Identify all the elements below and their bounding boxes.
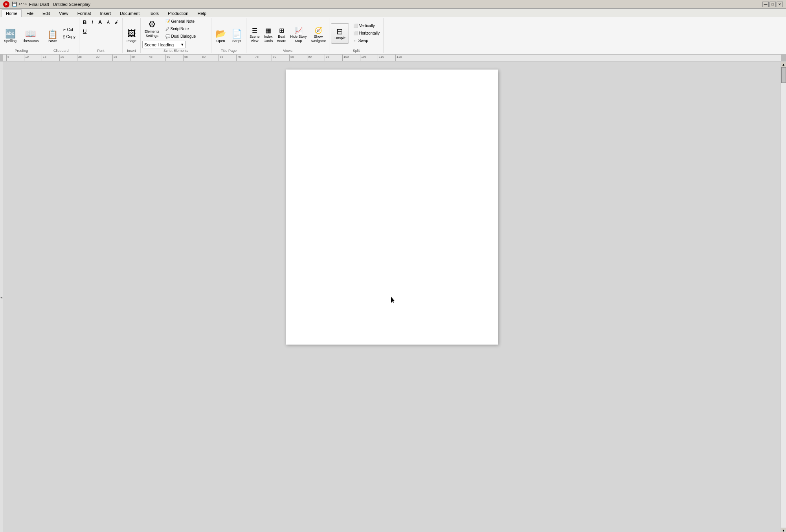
bold-button[interactable]: B (81, 18, 88, 26)
title-bar-controls: — □ ✕ (762, 2, 783, 7)
unsplit-icon: ⊟ (336, 27, 343, 36)
ruler: 5101520253035404550556065707580859095100… (0, 55, 786, 62)
scroll-track-vertical[interactable] (781, 67, 786, 528)
open-title-page-button[interactable]: 📂 Open (213, 22, 228, 44)
ribbon: 🔤 Spelling 📖 Thesaurus Proofing 📋 Paste … (0, 17, 786, 55)
cut-button[interactable]: ✂ Cut (61, 26, 77, 33)
split-horizontally-icon: ⬜ (353, 31, 358, 35)
copy-button[interactable]: ⎘ Copy (61, 33, 77, 40)
ribbon-group-font: B I A A 🖌 U Font (79, 18, 123, 53)
open-icon: 📂 (215, 29, 226, 38)
insert-buttons: 🖼 Image (124, 18, 139, 48)
title-bar: F 💾 ↩ ↪ Final Draft - Untitled Screenpla… (0, 0, 786, 9)
scriptnote-button[interactable]: 🖊 ScriptNote (163, 26, 198, 32)
ruler-tick: 115 (395, 55, 413, 61)
tab-format[interactable]: Format (73, 9, 95, 17)
beat-board-icon: ⊞ (279, 28, 284, 34)
tab-document[interactable]: Document (116, 9, 144, 17)
dual-dialogue-label: Dual Dialogue (171, 34, 196, 39)
spelling-label: Spelling (4, 39, 17, 43)
tab-help[interactable]: Help (193, 9, 211, 17)
show-navigator-button[interactable]: 🧭 ShowNavigator (309, 22, 328, 44)
tab-production[interactable]: Production (163, 9, 193, 17)
copy-label: Copy (66, 35, 75, 39)
swap-label: Swap (358, 39, 368, 43)
proofing-group-label: Proofing (15, 48, 28, 53)
paste-button[interactable]: 📋 Paste (45, 22, 60, 44)
tab-insert[interactable]: Insert (96, 9, 116, 17)
show-navigator-label: ShowNavigator (311, 35, 326, 43)
ruler-tick: 55 (183, 55, 201, 61)
swap-button[interactable]: ↔ Swap (351, 37, 382, 44)
minimize-button[interactable]: — (762, 2, 769, 7)
index-cards-button[interactable]: ▦ IndexCards (262, 22, 275, 44)
vertical-scrollbar[interactable]: ▲ ▼ (780, 62, 786, 532)
ribbon-group-insert: 🖼 Image Insert (123, 18, 141, 53)
paint-format-button[interactable]: 🖌 (113, 19, 121, 26)
font-size-up-button[interactable]: A (96, 18, 104, 26)
index-cards-icon: ▦ (265, 28, 271, 34)
image-button[interactable]: 🖼 Image (124, 22, 139, 44)
ruler-tick: 30 (95, 55, 112, 61)
tab-home[interactable]: Home (2, 9, 22, 17)
scene-view-icon: ☰ (252, 28, 257, 34)
ruler-tick: 15 (42, 55, 59, 61)
image-label: Image (127, 39, 136, 43)
spelling-button[interactable]: 🔤 Spelling (2, 22, 19, 44)
save-quick-btn[interactable]: 💾 (12, 2, 17, 7)
index-cards-label: IndexCards (264, 35, 273, 43)
ruler-tick: 95 (325, 55, 342, 61)
thesaurus-button[interactable]: 📖 Thesaurus (20, 22, 41, 44)
script-label: Script (232, 39, 241, 43)
general-note-label: General Note (171, 19, 195, 24)
ruler-tick: 45 (148, 55, 165, 61)
elements-settings-button[interactable]: ⚙ ElementsSettings (142, 19, 162, 39)
italic-button[interactable]: I (90, 18, 95, 26)
thesaurus-label: Thesaurus (22, 39, 39, 43)
scene-heading-dropdown[interactable]: Scene Heading ▾ (142, 41, 185, 48)
ruler-tick: 110 (378, 55, 395, 61)
general-note-button[interactable]: 📝 General Note (163, 18, 198, 25)
beat-board-button[interactable]: ⊞ BeatBoard (275, 22, 288, 44)
script-button[interactable]: 📄 Script (229, 22, 244, 44)
ruler-tick: 50 (165, 55, 183, 61)
cut-copy-buttons: ✂ Cut ⎘ Copy (61, 26, 77, 40)
ruler-tick: 65 (219, 55, 236, 61)
ruler-tick: 40 (130, 55, 148, 61)
editor-area[interactable] (3, 62, 780, 532)
script-elements-content: ⚙ ElementsSettings 📝 General Note 🖊 Scri… (142, 18, 209, 48)
left-panel-collapse[interactable]: ◄ (0, 62, 3, 532)
scriptnote-icon: 🖊 (165, 27, 169, 31)
hide-story-map-label: Hide StoryMap (290, 35, 307, 43)
tab-edit[interactable]: Edit (38, 9, 54, 17)
scene-view-button[interactable]: ☰ SceneView (248, 22, 261, 44)
scroll-up-button[interactable]: ▲ (781, 62, 786, 67)
hide-story-map-icon: 📈 (295, 28, 303, 34)
ruler-tick: 85 (289, 55, 307, 61)
split-group-label: Split (353, 48, 360, 53)
tab-file[interactable]: File (22, 9, 38, 17)
tab-view[interactable]: View (55, 9, 73, 17)
ribbon-group-split: ⊟ Unsplit ⬜ Vertically ⬜ Horizontally ↔ … (329, 18, 384, 53)
hide-story-map-button[interactable]: 📈 Hide StoryMap (289, 22, 309, 44)
dual-dialogue-button[interactable]: 💬 Dual Dialogue (163, 33, 198, 40)
unsplit-button[interactable]: ⊟ Unsplit (331, 23, 349, 44)
tab-tools[interactable]: Tools (144, 9, 163, 17)
split-horizontally-button[interactable]: ⬜ Horizontally (351, 30, 382, 37)
elements-settings-icon: ⚙ (148, 20, 156, 29)
split-vertically-label: Vertically (359, 24, 375, 28)
font-size-down-button[interactable]: A (105, 19, 112, 26)
ruler-right-margin (781, 55, 786, 61)
underline-button[interactable]: U (81, 27, 88, 35)
page-canvas[interactable] (286, 70, 498, 345)
ruler-tick: 10 (24, 55, 42, 61)
split-vertically-button[interactable]: ⬜ Vertically (351, 22, 382, 29)
scroll-thumb-vertical[interactable] (781, 67, 786, 83)
ruler-tick: 25 (77, 55, 95, 61)
close-button[interactable]: ✕ (777, 2, 783, 7)
scroll-down-button[interactable]: ▼ (781, 528, 786, 532)
ruler-tick: 100 (342, 55, 360, 61)
maximize-button[interactable]: □ (769, 2, 776, 7)
redo-quick-btn[interactable]: ↪ (23, 2, 27, 7)
undo-quick-btn[interactable]: ↩ (18, 2, 22, 7)
